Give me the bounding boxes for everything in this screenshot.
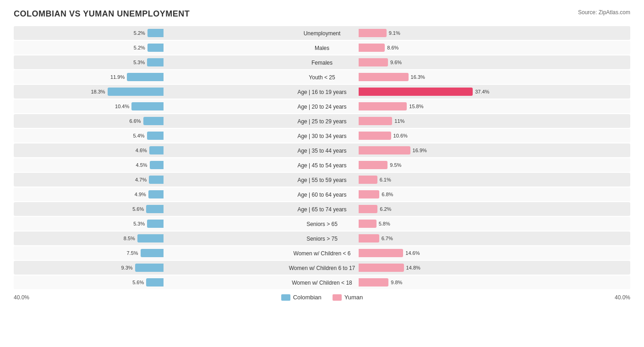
value-right: 6.7% <box>379 236 393 241</box>
bar-row: 7.5% Women w/ Children < 6 14.6% <box>14 246 630 260</box>
bar-row: 5.2% Males 8.6% <box>14 41 630 55</box>
value-left: 6.6% <box>129 118 143 124</box>
value-left: 18.3% <box>91 89 107 94</box>
left-section: 7.5% <box>41 248 164 259</box>
bar-label: Age | 60 to 64 years <box>297 192 346 198</box>
value-right: 14.6% <box>403 250 420 256</box>
bar-row: 10.4% Age | 20 to 24 years 15.8% <box>14 99 630 113</box>
value-right: 6.2% <box>377 206 391 212</box>
value-right: 11% <box>392 118 404 124</box>
bar-left: 6.6% <box>143 117 164 125</box>
value-right: 5.8% <box>377 221 390 226</box>
right-section: 14.8% <box>359 262 481 273</box>
value-left: 11.9% <box>110 74 127 80</box>
right-section: 16.3% <box>359 72 481 83</box>
bar-right: 6.8% <box>359 190 379 198</box>
bar-row: 9.3% Women w/ Children 6 to 17 14.8% <box>14 261 630 275</box>
bar-left: 5.6% <box>146 278 163 286</box>
right-section: 16.9% <box>359 145 481 156</box>
left-section: 5.3% <box>41 218 164 229</box>
legend-item-yuman: Yuman <box>333 294 363 301</box>
left-section: 5.6% <box>41 277 164 288</box>
bar-row: 5.2% Unemployment 9.1% <box>14 26 630 40</box>
bar-right: 37.4% <box>359 88 473 96</box>
bar-row: 5.4% Age | 30 to 34 years 10.6% <box>14 129 630 143</box>
value-left: 5.3% <box>133 60 147 65</box>
bar-row: 5.6% Age | 65 to 74 years 6.2% <box>14 202 630 216</box>
value-left: 4.6% <box>136 148 149 153</box>
bar-right: 6.7% <box>359 234 379 242</box>
bar-label: Seniors > 65 <box>306 221 338 227</box>
value-right: 14.8% <box>404 265 420 270</box>
bar-left: 4.6% <box>149 146 164 154</box>
bar-left: 4.9% <box>148 190 164 198</box>
value-left: 9.3% <box>121 265 135 270</box>
right-section: 11% <box>359 116 481 127</box>
bar-right: 6.1% <box>359 176 377 184</box>
value-left: 8.5% <box>124 236 137 241</box>
left-section: 11.9% <box>41 72 164 83</box>
bar-label: Women w/ Children 6 to 17 <box>289 265 355 271</box>
bar-row: 4.5% Age | 45 to 54 years 9.5% <box>14 158 630 172</box>
axis-right-label: 40.0% <box>615 294 630 301</box>
bar-left: 7.5% <box>141 249 164 257</box>
chart-title: COLOMBIAN VS YUMAN UNEMPLOYMENT <box>14 9 190 19</box>
bar-label: Women w/ Children < 18 <box>292 280 352 286</box>
bar-row: 5.3% Seniors > 65 5.8% <box>14 217 630 231</box>
bar-right: 14.6% <box>359 249 403 257</box>
bar-label: Youth < 25 <box>309 74 335 81</box>
right-section: 6.7% <box>359 233 481 244</box>
chart-container: COLOMBIAN VS YUMAN UNEMPLOYMENT Source: … <box>14 9 630 301</box>
bar-right: 11% <box>359 117 392 125</box>
left-section: 9.3% <box>41 262 164 273</box>
value-left: 5.2% <box>134 45 147 50</box>
bar-right: 5.8% <box>359 220 377 228</box>
bar-left: 10.4% <box>131 102 163 110</box>
bar-left: 5.6% <box>146 205 163 213</box>
right-section: 6.2% <box>359 204 481 215</box>
legend-color-yuman <box>333 294 342 301</box>
right-section: 9.8% <box>359 277 481 288</box>
bar-label: Unemployment <box>304 30 341 37</box>
value-right: 16.9% <box>410 148 427 153</box>
bar-label: Females <box>311 60 333 66</box>
right-section: 9.1% <box>359 28 481 39</box>
bar-right: 9.8% <box>359 278 388 286</box>
legend-label-yuman: Yuman <box>344 294 363 301</box>
bar-left: 4.5% <box>150 161 164 169</box>
bar-left: 18.3% <box>108 88 164 96</box>
bar-row: 4.6% Age | 35 to 44 years 16.9% <box>14 143 630 157</box>
bar-right: 9.1% <box>359 29 387 37</box>
bar-row: 4.9% Age | 60 to 64 years 6.8% <box>14 187 630 201</box>
legend: Colombian Yuman <box>281 294 363 301</box>
bar-label: Age | 45 to 54 years <box>297 162 346 169</box>
bar-left: 5.2% <box>147 29 164 37</box>
bar-label: Age | 25 to 29 years <box>297 118 346 125</box>
bar-row: 6.6% Age | 25 to 29 years 11% <box>14 114 630 128</box>
value-left: 4.5% <box>136 162 149 168</box>
value-left: 5.4% <box>133 133 147 138</box>
left-section: 4.9% <box>41 189 164 200</box>
value-right: 9.8% <box>388 280 402 285</box>
legend-label-colombian: Colombian <box>293 294 322 301</box>
left-section: 6.6% <box>41 116 164 127</box>
legend-color-colombian <box>281 294 290 301</box>
right-section: 37.4% <box>359 86 481 97</box>
value-left: 7.5% <box>126 250 140 256</box>
bar-row: 8.5% Seniors > 75 6.7% <box>14 231 630 245</box>
right-section: 6.8% <box>359 189 481 200</box>
right-section: 8.6% <box>359 42 481 53</box>
bar-label: Age | 35 to 44 years <box>297 148 346 154</box>
bar-row: 11.9% Youth < 25 16.3% <box>14 70 630 84</box>
bar-label: Age | 30 to 34 years <box>297 133 346 139</box>
left-section: 5.4% <box>41 130 164 141</box>
bar-row: 5.3% Females 9.6% <box>14 55 630 69</box>
bar-left: 4.7% <box>149 176 163 184</box>
value-left: 5.6% <box>132 280 146 285</box>
chart-header: COLOMBIAN VS YUMAN UNEMPLOYMENT Source: … <box>14 9 630 19</box>
value-left: 10.4% <box>115 104 131 109</box>
bar-left: 5.3% <box>147 58 163 66</box>
bar-left: 5.4% <box>147 132 164 140</box>
bar-row: 5.6% Women w/ Children < 18 9.8% <box>14 275 630 289</box>
right-section: 14.6% <box>359 248 481 259</box>
